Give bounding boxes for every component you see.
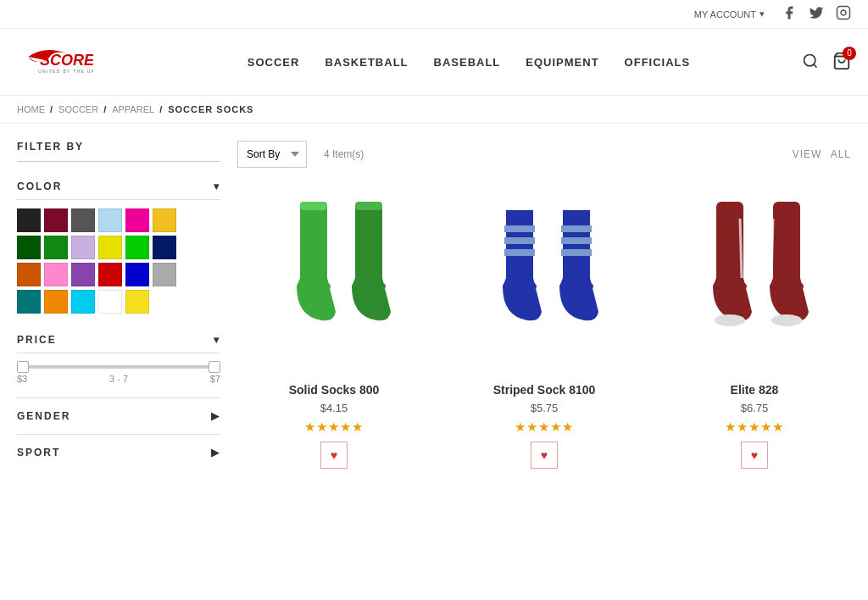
nav-soccer[interactable]: SOCCER [248, 56, 300, 69]
color-swatch[interactable] [44, 263, 68, 286]
nav-officials[interactable]: OFFICIALS [625, 56, 691, 69]
facebook-icon[interactable] [782, 5, 797, 23]
svg-rect-17 [504, 237, 535, 244]
color-filter-header[interactable]: COLOR ▾ [17, 174, 220, 200]
color-swatch[interactable] [17, 236, 41, 259]
price-slider-track [17, 365, 220, 369]
product-image-2 [658, 185, 851, 371]
svg-rect-29 [773, 202, 800, 286]
header-actions: 0 [802, 52, 851, 73]
svg-point-4 [804, 54, 815, 65]
color-swatch[interactable] [44, 290, 68, 314]
gender-filter-section: GENDER ▶ [17, 397, 220, 434]
color-swatch[interactable] [98, 263, 122, 286]
color-swatch[interactable] [125, 290, 149, 314]
price-chevron-icon: ▾ [214, 334, 220, 346]
product-card-1: Striped Sock 8100 $5.75 ★★★★★ ♥ [448, 185, 641, 469]
svg-rect-12 [355, 202, 382, 210]
breadcrumb-home[interactable]: HOME [17, 104, 45, 114]
color-swatch[interactable] [71, 236, 95, 259]
sport-filter-section: SPORT ▶ [17, 434, 220, 470]
instagram-icon[interactable] [836, 5, 851, 23]
breadcrumb-soccer[interactable]: SOCCER [58, 104, 98, 114]
sort-select[interactable]: Sort By [237, 141, 307, 168]
products-toolbar: Sort By 4 Item(s) VIEW ALL [237, 141, 851, 168]
twitter-icon[interactable] [809, 5, 824, 23]
color-swatch[interactable] [125, 263, 149, 286]
gender-filter-label: GENDER [17, 410, 70, 422]
product-price-1: $5.75 [448, 402, 641, 414]
product-card-2: Elite 828 $6.75 ★★★★★ ♥ [658, 185, 851, 469]
color-chevron-icon: ▾ [214, 181, 220, 192]
color-filter-label: COLOR [17, 181, 62, 192]
breadcrumb: HOME / SOCCER / APPAREL / SOCCER SOCKS [0, 96, 868, 124]
products-area: Sort By 4 Item(s) VIEW ALL [237, 141, 851, 470]
color-swatch[interactable] [44, 236, 68, 259]
svg-rect-0 [837, 7, 850, 19]
price-labels: $3 3 - 7 $7 [17, 374, 220, 384]
color-swatch[interactable] [153, 263, 176, 286]
search-icon[interactable] [802, 53, 819, 72]
price-slider-fill [17, 365, 220, 369]
svg-rect-18 [504, 249, 535, 256]
wishlist-button-0[interactable]: ♥ [320, 442, 348, 469]
color-swatch[interactable] [71, 290, 95, 314]
my-account-button[interactable]: MY ACCOUNT ▾ [694, 8, 765, 19]
product-price-0: $4.15 [237, 402, 431, 414]
product-name-2: Elite 828 [658, 383, 851, 397]
breadcrumb-sep-2: / [103, 104, 107, 114]
gender-arrow-icon: ▶ [211, 410, 220, 422]
color-swatch[interactable] [71, 263, 95, 286]
product-name-1: Striped Sock 8100 [448, 383, 641, 397]
svg-text:UNITED BY THE UNIFORM.: UNITED BY THE UNIFORM. [38, 69, 93, 74]
color-grid [17, 208, 220, 314]
sport-filter-label: SPORT [17, 447, 60, 458]
nav-baseball[interactable]: BASEBALL [434, 56, 501, 69]
products-grid: Solid Socks 800 $4.15 ★★★★★ ♥ [237, 185, 851, 469]
price-filter-header[interactable]: PRICE ▾ [17, 327, 220, 353]
nav-equipment[interactable]: EQUIPMENT [526, 56, 598, 69]
sidebar: FILTER BY COLOR ▾ PRICE ▾ $3 [17, 141, 220, 470]
price-slider-min-handle[interactable] [17, 361, 29, 373]
color-swatch[interactable] [153, 236, 176, 259]
wishlist-button-2[interactable]: ♥ [741, 442, 768, 469]
nav-basketball[interactable]: BASKETBALL [325, 56, 408, 69]
price-slider-max-handle[interactable] [209, 361, 220, 373]
header: SCORE UNITED BY THE UNIFORM. SOCCER BASK… [0, 29, 868, 96]
color-swatch[interactable] [98, 208, 122, 232]
product-stars-1: ★★★★★ [448, 419, 641, 435]
svg-rect-21 [561, 202, 592, 210]
price-min-label: $3 [17, 374, 27, 384]
view-all-link[interactable]: ALL [831, 148, 851, 160]
product-card-0: Solid Socks 800 $4.15 ★★★★★ ♥ [237, 185, 431, 469]
price-mid-label: 3 - 7 [27, 374, 210, 384]
cart-icon[interactable]: 0 [832, 52, 851, 73]
color-swatch[interactable] [153, 208, 176, 232]
color-swatch[interactable] [17, 290, 41, 314]
color-swatch[interactable] [98, 290, 122, 314]
product-name-0: Solid Socks 800 [237, 383, 431, 397]
color-swatch[interactable] [44, 208, 68, 232]
svg-rect-10 [355, 202, 382, 286]
gender-filter-header[interactable]: GENDER ▶ [17, 397, 220, 434]
color-swatch[interactable] [17, 208, 41, 232]
cart-badge: 0 [843, 47, 856, 60]
logo[interactable]: SCORE UNITED BY THE UNIFORM. [17, 37, 102, 86]
svg-line-28 [740, 219, 742, 278]
color-swatch[interactable] [17, 263, 41, 286]
svg-text:SCORE: SCORE [40, 52, 93, 69]
color-swatch[interactable] [125, 236, 149, 259]
breadcrumb-apparel[interactable]: APPAREL [112, 104, 154, 114]
color-swatch[interactable] [71, 208, 95, 232]
color-swatch[interactable] [125, 208, 149, 232]
wishlist-button-1[interactable]: ♥ [531, 442, 558, 469]
svg-rect-15 [504, 202, 535, 210]
product-stars-0: ★★★★★ [237, 419, 431, 435]
sport-filter-header[interactable]: SPORT ▶ [17, 434, 220, 470]
filter-by-title: FILTER BY [17, 141, 220, 162]
color-swatch[interactable] [98, 236, 122, 259]
svg-rect-7 [300, 202, 327, 286]
item-count: 4 Item(s) [324, 148, 364, 160]
svg-rect-25 [716, 202, 743, 286]
svg-rect-9 [300, 202, 327, 210]
